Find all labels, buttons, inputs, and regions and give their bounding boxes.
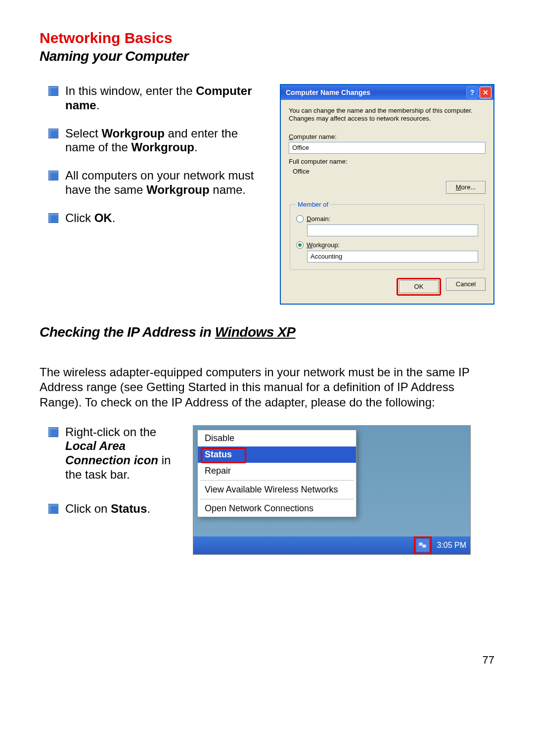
step-text: Select Workgroup and enter the name of t… <box>65 127 265 155</box>
taskbar: 3:05 PM <box>193 536 470 554</box>
workgroup-input[interactable] <box>307 251 478 263</box>
taskbar-clock: 3:05 PM <box>437 541 466 550</box>
step-text: In this window, enter the Computer name. <box>65 84 265 113</box>
page-title: Networking Basics <box>40 30 494 46</box>
bullet-icon <box>48 86 58 96</box>
domain-radio[interactable]: Domain: <box>296 215 478 222</box>
list-item: Right-click on the Local Area Connection… <box>48 425 178 482</box>
dialog-title: Computer Name Changes <box>286 89 370 96</box>
cancel-button[interactable]: Cancel <box>446 278 486 291</box>
bullet-icon <box>48 129 58 138</box>
bullet-icon <box>48 213 58 223</box>
steps-list-b: Right-click on the Local Area Connection… <box>48 425 178 516</box>
list-item: All computers on your network must have … <box>48 169 265 197</box>
workgroup-radio[interactable]: Workgroup: <box>296 241 478 249</box>
svg-rect-1 <box>423 545 426 547</box>
computer-name-input[interactable] <box>289 142 486 154</box>
close-icon[interactable]: ✕ <box>480 87 491 98</box>
full-computer-name-value: Office <box>289 167 486 176</box>
ok-button-highlight: OK <box>397 278 441 296</box>
bullet-icon <box>48 171 58 180</box>
menu-item-disable[interactable]: Disable <box>198 430 356 446</box>
page-subtitle: Naming your Computer <box>40 48 494 64</box>
context-menu: Disable Status Repair View Available Wir… <box>197 430 356 517</box>
menu-separator <box>200 480 354 481</box>
list-item: Click OK. <box>48 211 265 225</box>
menu-separator <box>200 499 354 499</box>
full-computer-name-label: Full computer name: <box>289 158 486 165</box>
steps-list-a: In this window, enter the Computer name.… <box>48 84 265 225</box>
list-item: Select Workgroup and enter the name of t… <box>48 127 265 155</box>
dialog-description: You can change the name and the membersh… <box>289 107 486 123</box>
step-text: Click on Status. <box>65 502 150 516</box>
menu-item-view-networks[interactable]: View Available Wireless Networks <box>198 482 356 498</box>
computer-name-label: Computer name: <box>289 133 486 140</box>
list-item: In this window, enter the Computer name. <box>48 84 265 113</box>
menu-item-status[interactable]: Status <box>198 446 356 463</box>
taskbar-context-screenshot: Disable Status Repair View Available Wir… <box>193 425 471 555</box>
step-text: All computers on your network must have … <box>65 169 265 197</box>
member-of-fieldset: Member of Domain: Workgroup: <box>290 201 485 270</box>
svg-rect-0 <box>419 543 422 545</box>
menu-item-repair[interactable]: Repair <box>198 463 356 479</box>
ok-button[interactable]: OK <box>399 280 439 293</box>
section-paragraph: The wireless adapter-equipped computers … <box>40 365 494 410</box>
list-item: Click on Status. <box>48 502 178 516</box>
radio-icon <box>296 215 304 222</box>
more-button[interactable]: More... <box>446 181 486 194</box>
network-tray-icon[interactable] <box>416 538 430 552</box>
menu-item-open-connections[interactable]: Open Network Connections <box>198 500 356 517</box>
bullet-icon <box>48 427 58 437</box>
help-icon[interactable]: ? <box>466 87 478 98</box>
domain-input[interactable] <box>307 224 478 236</box>
computer-name-dialog: Computer Name Changes ? ✕ You can change… <box>280 84 494 305</box>
page-number: 77 <box>40 654 494 667</box>
step-text: Click OK. <box>65 211 115 225</box>
section-heading-ip: Checking the IP Address in Windows XP <box>40 324 494 340</box>
tray-icon-highlight <box>414 536 432 554</box>
bullet-icon <box>48 504 58 514</box>
dialog-titlebar: Computer Name Changes ? ✕ <box>281 85 493 100</box>
step-text: Right-click on the Local Area Connection… <box>65 425 178 482</box>
member-of-legend: Member of <box>296 201 330 208</box>
radio-icon <box>296 241 304 249</box>
